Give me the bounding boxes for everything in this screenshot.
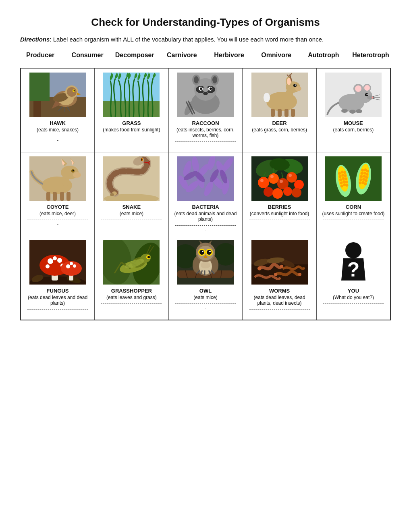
vocabulary-row: Producer Consumer Decomposer Carnivore H… — [20, 52, 391, 59]
mouse-image — [325, 73, 382, 117]
svg-point-42 — [295, 85, 296, 86]
grass-desc: (makes food from sunlight) — [98, 127, 165, 133]
cell-owl: OWL (eats mice) - — [168, 236, 243, 320]
svg-point-188 — [147, 256, 150, 258]
worms-answer[interactable] — [246, 310, 313, 316]
vocab-consumer: Consumer — [67, 52, 108, 59]
worms-image — [251, 240, 308, 285]
directions-text: : Label each organism with ALL of the vo… — [50, 36, 324, 43]
svg-point-237 — [345, 242, 361, 258]
svg-point-116 — [286, 172, 297, 183]
svg-point-171 — [48, 258, 53, 264]
svg-rect-84 — [66, 192, 71, 201]
snake-desc: (eats mice) — [98, 211, 165, 216]
raccoon-answer-line — [175, 141, 236, 142]
svg-point-217 — [199, 250, 204, 255]
svg-point-31 — [210, 87, 212, 90]
raccoon-answer[interactable] — [172, 143, 239, 149]
svg-point-89 — [141, 158, 143, 161]
svg-point-234 — [274, 273, 277, 276]
svg-point-23 — [202, 87, 209, 92]
svg-point-67 — [341, 109, 348, 113]
fungus-label: FUNGUS — [24, 288, 91, 294]
svg-point-32 — [203, 92, 208, 95]
owl-answer[interactable]: - — [172, 305, 239, 311]
svg-point-121 — [292, 188, 301, 197]
corn-answer[interactable] — [320, 221, 387, 227]
owl-image — [177, 240, 234, 285]
corn-desc: (uses sunlight to create food) — [320, 211, 387, 216]
svg-point-68 — [349, 110, 356, 114]
coyote-answer[interactable]: - — [24, 221, 91, 227]
vocab-autotroph: Autotroph — [303, 52, 344, 59]
snake-answer[interactable] — [98, 221, 165, 227]
grasshopper-image — [103, 240, 160, 285]
svg-rect-129 — [325, 156, 382, 201]
svg-point-91 — [110, 193, 114, 196]
table-row: HAWK (eats mice, snakes) - — [21, 68, 390, 152]
coyote-answer-line — [27, 220, 87, 220]
vocab-omnivore: Omnivore — [256, 52, 297, 59]
grasshopper-answer-line — [101, 303, 162, 304]
svg-point-10 — [74, 90, 75, 91]
svg-point-210 — [201, 262, 210, 268]
grass-answer[interactable] — [98, 137, 165, 143]
snake-image — [103, 156, 160, 201]
svg-rect-17 — [103, 101, 160, 117]
hawk-answer[interactable]: - — [24, 137, 91, 143]
svg-rect-83 — [60, 192, 64, 201]
deer-desc: (eats grass, corn, berries) — [246, 127, 313, 133]
svg-rect-82 — [53, 192, 57, 201]
hawk-answer-line — [27, 136, 87, 136]
hawk-image — [29, 73, 86, 117]
berries-desc: (converts sunlight into food) — [246, 211, 313, 216]
coyote-label: COYOTE — [24, 204, 91, 210]
cell-grasshopper: GRASSHOPPER (eats leaves and grass) — [95, 236, 169, 320]
mouse-label: MOUSE — [320, 120, 387, 126]
vocab-herbivore: Herbivore — [209, 52, 249, 59]
grasshopper-answer[interactable] — [98, 305, 165, 311]
svg-point-172 — [57, 258, 62, 263]
svg-point-219 — [202, 251, 203, 252]
grass-label: GRASS — [98, 120, 165, 126]
fungus-image — [29, 240, 86, 285]
mouse-answer-line — [323, 136, 384, 136]
cell-worms: WORMS (eats dead leaves, dead plants, de… — [243, 236, 317, 320]
mouse-answer[interactable] — [320, 137, 387, 143]
cell-you: ? YOU (What do you eat?) — [316, 236, 390, 320]
cell-grass: GRASS (makes food from sunlight) — [95, 68, 169, 152]
svg-point-52 — [264, 93, 270, 102]
svg-rect-3 — [29, 73, 50, 101]
bacteria-image — [177, 156, 234, 201]
directions: Directions: Label each organism with ALL… — [20, 36, 391, 43]
svg-point-175 — [53, 256, 57, 260]
svg-rect-49 — [278, 109, 282, 117]
svg-point-74 — [73, 172, 81, 178]
svg-point-8 — [67, 87, 77, 97]
svg-point-26 — [194, 76, 199, 83]
svg-rect-48 — [271, 109, 275, 117]
berries-answer[interactable] — [246, 221, 313, 227]
svg-point-180 — [70, 262, 73, 265]
svg-point-119 — [272, 188, 283, 199]
svg-point-61 — [366, 94, 367, 95]
bacteria-desc: (eats dead animals and dead plants) — [172, 211, 239, 222]
berries-image — [251, 156, 308, 201]
svg-point-235 — [298, 273, 301, 276]
vocab-heterotroph: Heterotroph — [351, 52, 391, 59]
cell-bacteria: BACTERIA (eats dead animals and dead pla… — [168, 152, 243, 236]
deer-answer-line — [249, 136, 310, 136]
svg-point-220 — [209, 251, 211, 252]
svg-point-113 — [258, 177, 269, 188]
svg-rect-81 — [46, 192, 50, 201]
fungus-answer[interactable] — [24, 310, 91, 316]
bacteria-answer[interactable]: - — [172, 227, 239, 233]
svg-point-178 — [66, 264, 70, 268]
hawk-label: HAWK — [24, 120, 91, 126]
svg-point-27 — [212, 76, 217, 83]
you-answer[interactable] — [320, 305, 387, 311]
svg-point-232 — [257, 266, 262, 270]
worms-label: WORMS — [246, 288, 313, 294]
deer-answer[interactable] — [246, 137, 313, 143]
svg-point-69 — [356, 109, 362, 113]
